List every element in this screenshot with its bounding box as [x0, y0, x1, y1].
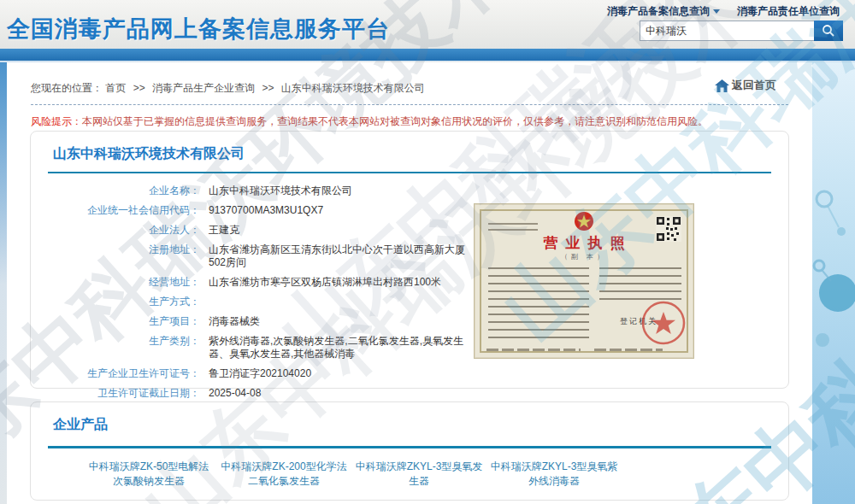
dashed-divider [31, 104, 788, 105]
field-label: 生产类别： [31, 335, 200, 360]
chevron-down-icon [713, 9, 720, 14]
field-value: 山东中科瑞沃环境技术有限公司 [209, 185, 481, 197]
field-value: 消毒器械类 [209, 315, 481, 328]
section-divider [48, 446, 771, 448]
field-value: 鲁卫消证字202104020 [209, 367, 481, 380]
search-bar [640, 21, 843, 41]
field-value: 2025-04-08 [209, 387, 481, 400]
field-label: 生产方式： [31, 296, 200, 308]
search-input[interactable] [640, 21, 814, 41]
risk-notice: 风险提示：本网站仅基于已掌握的信息提供查询服务，查询结果不代表本网站对被查询对象… [31, 114, 788, 128]
license-footer-lines [594, 349, 663, 351]
product-link[interactable]: 中科瑞沃牌ZKYL-3型臭氧发生器 [354, 460, 484, 489]
main-content: 您现在的位置： 首页 >> 消毒产品生产企业查询 >> 山东中科瑞沃环境技术有限… [7, 62, 812, 504]
license-subtitle: （副 本） [475, 252, 693, 261]
license-footer-lines [486, 349, 581, 351]
field-value: 山东省潍坊高新区玉清东街以北中心次干道以西高新大厦502房间 [209, 243, 481, 269]
breadcrumb-separator: >> [262, 82, 274, 94]
product-link[interactable]: 中科瑞沃牌ZK-50型电解法次氯酸钠发生器 [84, 460, 214, 489]
search-icon [822, 24, 835, 38]
field-value: 王建克 [209, 224, 481, 237]
page-header: 全国消毒产品网上备案信息服务平台 消毒产品备案信息查询 消毒产品责任单位查询 [0, 0, 855, 49]
home-icon [715, 79, 729, 92]
business-license-image: 营业执照 （副 本） 登记机关 [474, 203, 694, 359]
field-license-expiry-date: 卫生许可证截止日期： 2025-04-08 [31, 387, 788, 400]
red-seal [640, 300, 687, 346]
top-nav: 消毒产品备案信息查询 消毒产品责任单位查询 [607, 4, 840, 19]
right-decoration [812, 62, 855, 504]
field-hygiene-license-no: 生产企业卫生许可证号： 鲁卫消证字202104020 [31, 367, 788, 380]
site-title: 全国消毒产品网上备案信息服务平台 [7, 14, 390, 44]
product-link[interactable]: 中科瑞沃牌ZK-200型化学法二氧化氯发生器 [219, 460, 349, 489]
risk-notice-label: 风险提示： [31, 115, 82, 127]
field-value: 山东省潍坊市寒亭区双杨店镇湖淋埠出村路西100米 [209, 276, 481, 289]
section-divider [48, 172, 771, 173]
field-label: 企业名称： [31, 185, 200, 197]
product-list: 中科瑞沃牌ZK-50型电解法次氯酸钠发生器 中科瑞沃牌ZK-200型化学法二氧化… [84, 460, 788, 489]
back-home-link[interactable]: 返回首页 [715, 78, 776, 93]
risk-notice-text: 本网站仅基于已掌握的信息提供查询服务，查询结果不代表本网站对被查询对象信用状况的… [82, 115, 708, 127]
nav-link-record-query[interactable]: 消毒产品备案信息查询 [607, 4, 720, 19]
field-label: 卫生许可证截止日期： [31, 387, 200, 400]
field-label: 企业法人： [31, 224, 200, 237]
nav-link-record-query-label: 消毒产品备案信息查询 [607, 4, 710, 19]
license-text-left [488, 267, 589, 341]
national-emblem-icon [574, 211, 594, 231]
breadcrumb-link-home[interactable]: 首页 [105, 82, 126, 94]
left-decoration [0, 62, 7, 284]
nav-link-unit-query-label: 消毒产品责任单位查询 [737, 4, 840, 19]
qr-code [656, 216, 681, 242]
company-title: 山东中科瑞沃环境技术有限公司 [53, 145, 788, 163]
search-button[interactable] [814, 21, 843, 41]
field-value: 91370700MA3M3U1QX7 [209, 204, 481, 217]
field-label: 生产企业卫生许可证号： [31, 367, 200, 380]
nav-bar [0, 49, 855, 62]
products-title: 企业产品 [53, 416, 788, 434]
products-card: 企业产品 中科瑞沃牌ZK-50型电解法次氯酸钠发生器 中科瑞沃牌ZK-200型化… [30, 401, 789, 501]
field-label: 注册地址： [31, 243, 200, 269]
field-value: 紫外线消毒器,次氯酸钠发生器,二氧化氯发生器,臭氧发生器、臭氧水发生器,其他器械… [209, 335, 481, 360]
field-value [209, 296, 481, 308]
field-company-name: 企业名称： 山东中科瑞沃环境技术有限公司 [31, 185, 788, 197]
company-info-card: 山东中科瑞沃环境技术有限公司 企业名称： 山东中科瑞沃环境技术有限公司 企业统一… [30, 131, 789, 389]
field-label: 经营地址： [31, 276, 200, 289]
breadcrumb-separator: >> [133, 82, 145, 94]
field-label: 生产项目： [31, 315, 200, 328]
breadcrumb-link-enterprise-query[interactable]: 消毒产品生产企业查询 [152, 82, 255, 94]
back-home-label: 返回首页 [732, 78, 776, 93]
nav-link-unit-query[interactable]: 消毒产品责任单位查询 [737, 4, 840, 19]
breadcrumb-current: 山东中科瑞沃环境技术有限公司 [281, 82, 425, 94]
product-link[interactable]: 中科瑞沃牌ZKYL-3型臭氧紫外线消毒器 [489, 460, 619, 489]
breadcrumb-prefix: 您现在的位置： [31, 82, 103, 94]
license-header-lines [488, 223, 538, 233]
field-label: 企业统一社会信用代码： [31, 204, 200, 217]
breadcrumb: 您现在的位置： 首页 >> 消毒产品生产企业查询 >> 山东中科瑞沃环境技术有限… [7, 62, 812, 101]
molecule-graphic [812, 165, 855, 361]
